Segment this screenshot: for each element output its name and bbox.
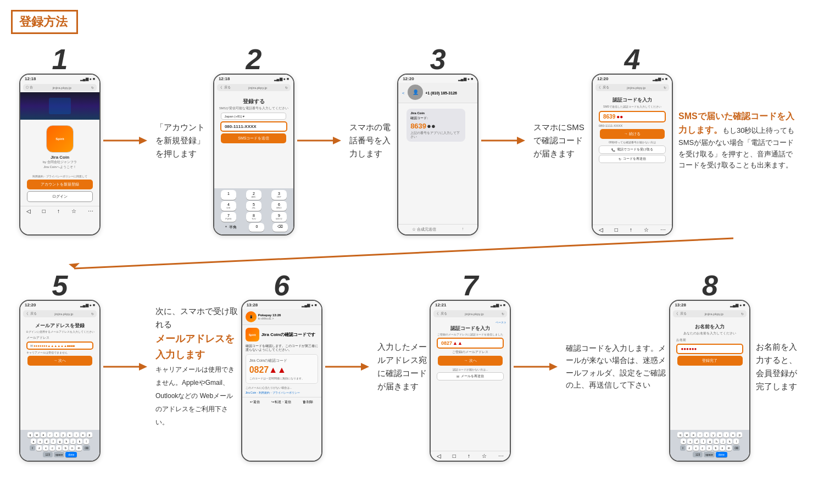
key-f8[interactable]: f <box>700 439 706 444</box>
key-1238[interactable]: 123 <box>693 452 703 457</box>
key-8-2[interactable]: 8TUV <box>246 212 261 222</box>
forward-icon-6[interactable]: ↪ 転送・返信 <box>271 400 292 405</box>
email-input-5[interactable]: ✉ ●●●●●●●▲▲▲▲▲▲■■■■ <box>26 341 93 350</box>
key-3-2[interactable]: 3DEF <box>271 190 287 200</box>
nav-icon-4b[interactable]: □ <box>615 227 618 233</box>
key-o8[interactable]: o <box>730 432 736 438</box>
key-r[interactable]: r <box>47 432 53 438</box>
key-space[interactable]: space <box>54 452 64 457</box>
key-w[interactable]: w <box>34 432 40 438</box>
key-s8[interactable]: s <box>687 439 693 444</box>
key-c[interactable]: c <box>49 445 55 451</box>
key-a8[interactable]: a <box>681 439 686 444</box>
key-i[interactable]: i <box>74 432 79 438</box>
trash-icon-6[interactable]: 🗑 削除 <box>303 400 314 405</box>
code-input-7[interactable]: 0827 ▲▲ <box>437 338 504 349</box>
key-h8[interactable]: h <box>714 439 719 444</box>
login-btn-1[interactable]: ログイン <box>27 191 93 202</box>
reply-3[interactable]: ☆ 合成元送信 <box>412 227 436 232</box>
key-z[interactable]: z <box>36 445 42 451</box>
key-b[interactable]: b <box>63 445 68 451</box>
key-u8[interactable]: u <box>717 432 722 438</box>
name-input-8[interactable]: ●●●●●● <box>676 344 743 354</box>
key-o[interactable]: o <box>80 432 86 438</box>
nav-icon-4e[interactable]: ⋯ <box>660 227 666 233</box>
nav-icon-1c[interactable]: ↑ <box>57 208 60 214</box>
reply-icon-6[interactable]: ↩ 返信 <box>250 400 260 405</box>
key-v[interactable]: v <box>56 445 62 451</box>
key-j8[interactable]: j <box>720 439 726 444</box>
key-m8[interactable]: m <box>726 445 732 451</box>
key-l8[interactable]: l <box>733 439 739 444</box>
nav-icon-7a[interactable]: ◁ <box>437 453 441 459</box>
key-9-2[interactable]: 9WXYZ <box>271 212 287 222</box>
key-h[interactable]: h <box>64 439 69 444</box>
key-y8[interactable]: y <box>710 432 716 438</box>
key-c8[interactable]: c <box>700 445 705 451</box>
next-btn-5[interactable]: → 次へ <box>27 356 93 366</box>
key-done[interactable]: done <box>65 452 77 457</box>
key-q[interactable]: q <box>27 432 33 438</box>
complete-btn-8[interactable]: 登録完了 <box>677 356 743 366</box>
key-k8[interactable]: k <box>727 439 732 444</box>
key-y[interactable]: y <box>60 432 66 438</box>
key-v8[interactable]: v <box>706 445 712 451</box>
key-backspace8[interactable]: ⌫ <box>733 445 740 451</box>
register-btn-1[interactable]: アカウントを新規登録 <box>27 180 93 189</box>
code-input-4[interactable]: 8639 ●● <box>599 111 666 122</box>
key-i8[interactable]: i <box>723 432 729 438</box>
key-w8[interactable]: w <box>684 432 689 438</box>
nav-icon-4a[interactable]: ◁ <box>599 227 603 233</box>
confirm-btn-7[interactable]: → 次へ <box>438 356 503 366</box>
nav-icon-7c[interactable]: ↑ <box>467 453 470 459</box>
key-6-2[interactable]: 6MNO <box>271 201 287 211</box>
key-e[interactable]: e <box>41 432 46 438</box>
key-m[interactable]: m <box>76 445 81 451</box>
back-arrow-3[interactable]: ＜ <box>401 90 405 96</box>
key-e8[interactable]: e <box>691 432 696 438</box>
phone-input-2[interactable]: 080-1111-XXXX <box>220 121 287 132</box>
key-7-2[interactable]: 7PQRS <box>221 212 236 222</box>
key-n8[interactable]: n <box>720 445 725 451</box>
key-2-2[interactable]: 2ABC <box>246 190 261 200</box>
nav-icon-1e[interactable]: ⋯ <box>88 208 93 214</box>
key-f[interactable]: f <box>51 439 56 444</box>
key-star-2[interactable]: ＊ 半角 <box>220 223 241 232</box>
key-d[interactable]: d <box>44 439 49 444</box>
nav-icon-7b[interactable]: □ <box>453 453 456 459</box>
resend-email-btn-7[interactable]: ✉ メールを再送信 <box>437 372 504 380</box>
key-del-2[interactable]: ⌫ <box>272 223 288 232</box>
key-x[interactable]: x <box>43 445 48 451</box>
nav-icon-1d[interactable]: ☆ <box>71 208 76 214</box>
key-j[interactable]: j <box>70 439 76 444</box>
key-1-2[interactable]: 1 <box>221 190 236 200</box>
key-d8[interactable]: d <box>694 439 699 444</box>
key-k[interactable]: k <box>77 439 82 444</box>
key-g[interactable]: g <box>57 439 63 444</box>
nav-icon-7e[interactable]: ⋯ <box>498 453 504 459</box>
key-p[interactable]: p <box>87 432 92 438</box>
resend-btn-4[interactable]: ↻ コードを再送信 <box>599 155 666 163</box>
nav-icon-7d[interactable]: ☆ <box>482 453 487 459</box>
key-backspace[interactable]: ⌫ <box>83 445 90 451</box>
country-select-2[interactable]: Japan (+81) ▾ <box>221 113 286 120</box>
key-p8[interactable]: p <box>737 432 742 438</box>
delete-3[interactable]: ↑ <box>462 227 464 232</box>
key-q8[interactable]: q <box>677 432 683 438</box>
key-4-2[interactable]: 4GHI <box>221 201 236 211</box>
key-t[interactable]: t <box>54 432 59 438</box>
key-shift8[interactable]: ⇧ <box>680 445 686 451</box>
key-space8[interactable]: space <box>704 452 714 457</box>
key-z8[interactable]: z <box>687 445 692 451</box>
key-u[interactable]: u <box>67 432 73 438</box>
key-r8[interactable]: r <box>697 432 703 438</box>
nav-icon-4c[interactable]: ↑ <box>630 227 632 233</box>
key-123[interactable]: 123 <box>43 452 53 457</box>
confirm-btn-4[interactable]: → 続ける <box>600 129 665 139</box>
key-5-2[interactable]: 5JKL <box>246 201 261 211</box>
paste-7[interactable]: ペースト <box>434 321 506 324</box>
sms-btn-2[interactable]: SMSコードを送信 <box>221 133 286 143</box>
key-a[interactable]: a <box>31 439 36 444</box>
nav-icon-1a[interactable]: ◁ <box>26 208 31 214</box>
key-0-2[interactable]: 0 <box>249 223 264 232</box>
